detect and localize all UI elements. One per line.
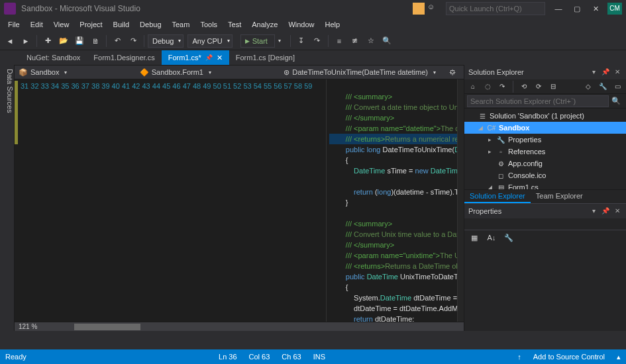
solution-explorer-toolbar: ⌂ ◌ ↷ ⟲ ⟳ ⊟ ◇ 🔧 ▭ [464,79,626,94]
status-ch: Ch 63 [282,353,301,361]
start-debug-button[interactable]: Start [240,34,275,48]
menu-file[interactable]: File [3,19,25,30]
panel-pin-icon[interactable]: 📌 [601,68,610,77]
uncomment-button[interactable]: ≢ [348,34,362,48]
nav-back-button[interactable]: ◄ [3,34,17,48]
notification-flag-icon[interactable] [413,3,425,15]
props-menu-icon[interactable]: ▾ [589,206,598,216]
se-preview-icon[interactable]: ▭ [611,81,623,93]
properties-header: Properties ▾ 📌 ✕ [464,204,626,218]
se-home-icon[interactable]: ⌂ [467,81,479,93]
nav-scope[interactable]: 📦 Sandbox [19,68,67,77]
menu-window[interactable]: Window [283,19,319,30]
se-fwd-icon[interactable]: ↷ [496,81,508,93]
se-showall-icon[interactable]: ◇ [582,81,594,93]
open-button[interactable]: 📂 [56,34,71,48]
window-title: Sandbox - Microsoft Visual Studio [21,4,140,13]
status-ln: Ln 36 [219,353,237,361]
code-editor[interactable]: 📦 Sandbox 🔶 Sandbox.Form1 ⊛ DateTimeToUn… [15,65,464,331]
pin-icon[interactable]: 📌 [205,54,213,61]
props-pages-icon[interactable]: 🔧 [501,230,516,245]
source-control-chevron-icon[interactable]: ▴ [617,353,621,361]
tree-references[interactable]: ▸▫References [464,146,626,158]
publish-icon[interactable] [517,353,521,361]
status-source-control[interactable]: Add to Source Control [533,353,605,361]
feedback-icon[interactable]: ☺ [427,3,439,15]
nav-fwd-button[interactable]: ► [19,34,33,48]
nav-member[interactable]: ⊛ DateTimeToUnixTime(DateTime datetime) [284,68,436,77]
tree-project[interactable]: ◢C#Sandbox [464,122,626,134]
tree-solution[interactable]: ☰Solution 'Sandbox' (1 project) [464,110,626,122]
tab-form1-cs[interactable]: Form1.cs*📌✕ [162,50,229,65]
menu-edit[interactable]: Edit [25,19,48,30]
se-sync-icon[interactable]: ⟲ [518,81,530,93]
user-badge[interactable]: CM [607,3,622,15]
quick-launch-input[interactable] [446,2,545,15]
maximize-button[interactable]: ▢ [568,2,586,15]
close-button[interactable]: ✕ [586,2,605,15]
menu-debug[interactable]: Debug [134,19,166,30]
tab-nuget[interactable]: NuGet: Sandbox [20,50,87,65]
status-ready: Ready [5,353,26,361]
search-icon[interactable]: 🔍 [609,94,623,109]
bookmark-button[interactable]: ☆ [364,34,378,48]
props-categorized-icon[interactable]: ▦ [467,230,482,245]
step-over-button[interactable]: ↷ [310,34,325,48]
menu-team[interactable]: Team [167,19,195,30]
fold-margin[interactable] [317,79,327,322]
menu-build[interactable]: Build [108,19,134,30]
horizontal-scrollbar[interactable]: 121 % [15,322,464,331]
status-col: Col 63 [249,353,270,361]
props-alpha-icon[interactable]: A↓ [484,230,499,245]
menu-project[interactable]: Project [74,19,107,30]
se-collapse-icon[interactable]: ⊟ [547,81,559,93]
tab-team-explorer[interactable]: Team Explorer [531,190,588,203]
se-properties-icon[interactable]: 🔧 [597,81,609,93]
se-search-input[interactable] [467,95,609,107]
comment-button[interactable]: ≡ [332,34,346,48]
step-into-button[interactable]: ↧ [294,34,309,48]
platform-select[interactable]: Any CPU [187,34,232,48]
hscroll-thumb[interactable] [74,324,140,330]
save-button[interactable]: 💾 [72,34,87,48]
props-close-icon[interactable]: ✕ [613,206,622,216]
tab-solution-explorer[interactable]: Solution Explorer [464,190,531,203]
panel-menu-icon[interactable]: ▾ [589,68,598,77]
save-all-button[interactable]: 🗎 [88,34,103,48]
side-tab-data-sources[interactable]: Data Sources [0,65,15,331]
properties-object-select[interactable] [464,218,626,230]
menu-tools[interactable]: Tools [195,19,223,30]
solution-tree[interactable]: ☰Solution 'Sandbox' (1 project) ◢C#Sandb… [464,109,626,189]
config-select[interactable]: Debug [148,34,183,48]
find-button[interactable]: 🔍 [380,34,394,48]
properties-toolbar: ▦ A↓ 🔧 [464,230,626,245]
se-refresh-icon[interactable]: ⟳ [533,81,545,93]
split-icon[interactable]: ⯐ [445,65,460,79]
solution-explorer-title: Solution Explorer [468,68,586,76]
panel-close-icon[interactable]: ✕ [613,68,622,77]
close-tab-icon[interactable]: ✕ [217,54,223,62]
menu-test[interactable]: Test [223,19,246,30]
minimize-button[interactable]: — [549,2,568,15]
menu-analyze[interactable]: Analyze [246,19,283,30]
properties-grid[interactable] [464,245,626,331]
vs-logo-icon [4,3,16,15]
se-back-icon[interactable]: ◌ [482,81,494,93]
props-pin-icon[interactable]: 📌 [601,206,610,216]
menu-view[interactable]: View [48,19,75,30]
vertical-scrollbar[interactable] [457,79,464,322]
line-gutter: 31 32 33 34 35 36 37 38 39 40 41 42 43 4… [18,79,317,322]
tree-consoleico[interactable]: ◻Console.ico [464,169,626,181]
new-project-button[interactable]: ✚ [40,34,55,48]
redo-button[interactable]: ↷ [126,34,140,48]
nav-class[interactable]: 🔶 Sandbox.Form1 [140,68,211,77]
tab-designer-cs[interactable]: Form1.Designer.cs [87,50,161,65]
tree-form1[interactable]: ◢▤Form1.cs [464,181,626,189]
zoom-level[interactable]: 121 % [15,323,48,330]
menu-help[interactable]: Help [320,19,346,30]
code-area[interactable]: /// <summary> /// Convert a date time ob… [327,79,457,322]
tab-form1-design[interactable]: Form1.cs [Design] [229,50,301,65]
tree-appconfig[interactable]: ⚙App.config [464,158,626,169]
tree-properties[interactable]: ▸🔧Properties [464,134,626,146]
undo-button[interactable]: ↶ [110,34,125,48]
